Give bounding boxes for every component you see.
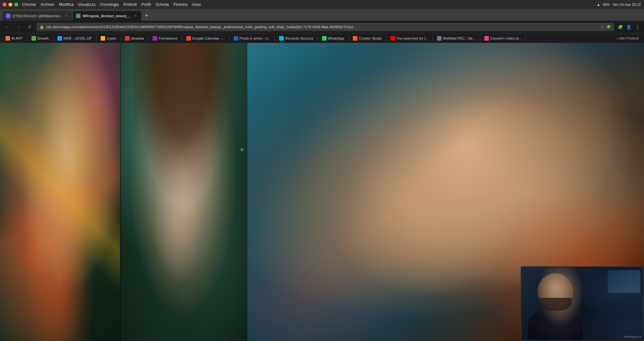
bookmark-web-favicon: [57, 36, 62, 41]
menu-dots[interactable]: ⋮: [634, 23, 641, 31]
bookmark-converti-label: Converti i video di...: [490, 36, 522, 40]
bookmark-ai-art-label: AI ART: [11, 36, 23, 40]
bookmark-idealista[interactable]: idealista: [123, 35, 146, 41]
bookmark-webmail[interactable]: WebMail PEC - De...: [435, 35, 478, 41]
menu-finestra[interactable]: Finestra: [173, 2, 187, 7]
tab-discord-close[interactable]: ✕: [64, 14, 69, 18]
wifi-icon: ▲: [597, 3, 600, 6]
url-text: cdn.discordapp.com/attachments/101351233…: [46, 25, 356, 29]
menu-scheda[interactable]: Scheda: [155, 2, 169, 7]
back-button[interactable]: ←: [3, 23, 12, 31]
menu-archivio[interactable]: Archivio: [41, 2, 55, 7]
bookmark-converti-favicon: [484, 36, 489, 41]
bookmark-growth-label: Growth: [37, 36, 49, 40]
bookmark-growth[interactable]: Growth: [29, 35, 51, 41]
bookmark-google-favicon: [186, 36, 191, 41]
bookmark-formazione[interactable]: Formazione: [150, 35, 180, 41]
bookmark-separator-2: [53, 35, 53, 41]
bookmark-riccardo-favicon: [279, 36, 284, 41]
traffic-lights: [3, 3, 18, 6]
addressbar: ← → ↺ 🔒 cdn.discordapp.com/attachments/1…: [0, 21, 644, 33]
battery-icon: 56%: [603, 3, 610, 6]
bookmark-separator-13: [480, 35, 480, 41]
bookmark-idealista-favicon: [125, 36, 130, 41]
bookmark-separator-4: [120, 35, 121, 41]
bookmark-whatsapp-label: WhatsApp: [328, 36, 344, 40]
webcam-background-screen: [608, 270, 640, 293]
main-content: MRregista: [0, 43, 644, 341]
extensions-toolbar[interactable]: 🧩: [617, 23, 624, 31]
minimize-button[interactable]: [8, 3, 12, 6]
extensions-icon[interactable]: 🧩: [606, 25, 611, 29]
bookmark-mail-favicon: [234, 36, 238, 41]
bookmark-converti[interactable]: Converti i video di...: [482, 35, 524, 41]
bookmark-crypto-favicon: [101, 36, 105, 41]
forward-button[interactable]: →: [14, 23, 23, 31]
bookmark-separator-7: [229, 35, 229, 41]
macos-menu: Chrome Archivio Modifica Visualizza Cron…: [22, 2, 201, 7]
bookmark-separator-3: [96, 35, 96, 41]
bookmark-separator-14: [526, 35, 526, 41]
bookmark-crypto[interactable]: crypto: [98, 35, 118, 41]
system-icons: ▲ 56% Ven 24 mar 20:22: [597, 0, 641, 9]
address-bar-icons: ☆ 🧩: [601, 25, 611, 30]
toolbar-icons: 🧩 👤 ⋮: [617, 23, 641, 31]
bookmark-separator-5: [148, 35, 148, 41]
bookmark-mail[interactable]: Posta in arrivo - ri...: [231, 35, 273, 41]
reload-button[interactable]: ↺: [25, 23, 34, 31]
menu-modifica[interactable]: Modifica: [59, 2, 73, 7]
menu-preferiti[interactable]: Preferiti: [123, 2, 137, 7]
bookmark-webmail-label: WebMail PEC - De...: [443, 36, 476, 40]
titlebar: Chrome Archivio Modifica Visualizza Cron…: [0, 0, 644, 9]
bookmark-youtube-label: You searched for l...: [396, 36, 428, 40]
bookmark-web[interactable]: WEB - LEVEL-UP: [55, 35, 94, 41]
bookmark-google-label: Google Calendar –...: [192, 36, 225, 40]
tabbar: (2762) Discord | @Midjourney... ✕ MRregi…: [0, 9, 644, 21]
star-icon[interactable]: ☆: [601, 25, 604, 30]
bookmark-separator-1: [27, 35, 27, 41]
bookmark-creator[interactable]: Creator Studio: [351, 35, 384, 41]
menu-visualizza[interactable]: Visualizza: [78, 2, 95, 7]
bookmarks-bar: AI ART Growth WEB - LEVEL-UP crypto idea…: [0, 33, 644, 43]
bookmark-idealista-label: idealista: [131, 36, 144, 40]
bookmark-separator-6: [182, 35, 182, 41]
bookmark-youtube[interactable]: You searched for l...: [388, 35, 430, 41]
panel-left: [0, 43, 120, 341]
tab-discord[interactable]: (2762) Discord | @Midjourney... ✕: [3, 11, 72, 21]
bookmark-separator-8: [275, 35, 275, 41]
lock-icon: 🔒: [40, 25, 44, 29]
webcam-beard: [539, 298, 572, 311]
new-tab-button[interactable]: +: [142, 11, 151, 20]
bookmark-whatsapp[interactable]: WhatsApp: [320, 35, 347, 41]
tab-image[interactable]: MRregista_Abstract_beauty_... ✕: [73, 11, 141, 21]
fullscreen-button[interactable]: [14, 3, 18, 6]
more-bookmarks-button[interactable]: » Altri Preferiti: [615, 36, 641, 41]
tab-image-favicon: [76, 14, 80, 18]
bookmark-crypto-label: crypto: [106, 36, 116, 40]
cursor-dot: [241, 148, 243, 151]
close-button[interactable]: [3, 3, 6, 6]
bookmark-formazione-label: Formazione: [158, 36, 177, 40]
clock: Ven 24 mar 20:22: [613, 3, 641, 6]
bookmark-growth-favicon: [31, 36, 36, 41]
menu-aiuto[interactable]: Aiuto: [192, 2, 201, 7]
panel-separator-2: [247, 43, 247, 341]
menu-cronologia[interactable]: Cronologia: [100, 2, 119, 7]
url-bar[interactable]: 🔒 cdn.discordapp.com/attachments/1013512…: [36, 23, 614, 31]
bookmark-ai-art[interactable]: AI ART: [3, 35, 25, 41]
profile-icon[interactable]: 👤: [625, 23, 632, 31]
panel-center-hair: [133, 43, 234, 207]
bookmark-webmail-favicon: [437, 36, 441, 41]
tab-discord-favicon: [6, 14, 10, 18]
menu-profili[interactable]: Profili: [141, 2, 151, 7]
bookmark-riccardo[interactable]: Riccardo Scrocca: [277, 35, 315, 41]
bookmark-ai-art-favicon: [6, 36, 10, 41]
bookmark-mail-label: Posta in arrivo - ri...: [240, 36, 270, 40]
bookmark-separator-10: [348, 35, 349, 41]
menu-chrome[interactable]: Chrome: [22, 2, 36, 7]
bookmark-google[interactable]: Google Calendar –...: [184, 35, 228, 41]
tab-image-close[interactable]: ✕: [133, 14, 138, 18]
bookmark-riccardo-label: Riccardo Scrocca: [285, 36, 313, 40]
bookmark-separator-9: [317, 35, 318, 41]
panel-left-abstract-overlay: [0, 43, 120, 341]
